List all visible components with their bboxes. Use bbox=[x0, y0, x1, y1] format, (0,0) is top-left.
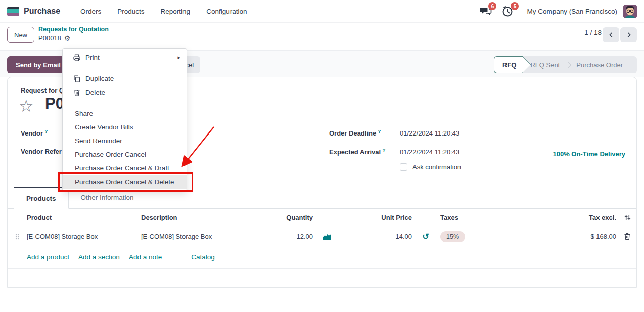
add-section-link[interactable]: Add a section bbox=[78, 253, 120, 261]
gear-icon[interactable]: ⚙ bbox=[64, 35, 71, 42]
menu-reporting[interactable]: Reporting bbox=[155, 5, 197, 18]
vendor-label: Vendor ? bbox=[21, 129, 48, 137]
chevron-left-icon bbox=[608, 31, 615, 38]
user-avatar[interactable] bbox=[623, 5, 637, 18]
avatar-image bbox=[623, 5, 637, 18]
purchase-app-icon bbox=[7, 7, 19, 16]
new-button[interactable]: New bbox=[7, 27, 34, 43]
menu-item-delete[interactable]: Delete bbox=[63, 85, 187, 99]
header-quantity[interactable]: Quantity bbox=[269, 214, 315, 221]
chevron-right-icon bbox=[625, 31, 632, 38]
add-note-link[interactable]: Add a note bbox=[129, 253, 162, 261]
breadcrumb: Requests for Quotation P00018 ⚙ bbox=[38, 26, 109, 42]
record-name: P00018 bbox=[38, 34, 61, 42]
ask-confirmation-label: Ask confirmation bbox=[412, 163, 461, 171]
menu-divider bbox=[63, 68, 187, 68]
help-icon: ? bbox=[45, 129, 48, 134]
tax-tag[interactable]: 15% bbox=[440, 231, 465, 242]
order-lines-table: Product Description Quantity Unit Price … bbox=[8, 209, 636, 269]
add-product-link[interactable]: Add a product bbox=[27, 253, 69, 261]
cell-subtotal: $ 168.00 bbox=[558, 233, 618, 240]
drag-handle[interactable] bbox=[8, 233, 27, 240]
menu-configuration[interactable]: Configuration bbox=[200, 5, 253, 18]
cell-product[interactable]: [E-COM08] Storage Box bbox=[27, 233, 141, 240]
company-switcher[interactable]: My Company (San Francisco) bbox=[527, 8, 617, 15]
menu-item-po-cancel[interactable]: Purchase Order Cancel bbox=[63, 148, 187, 161]
trash-icon bbox=[624, 233, 631, 240]
menu-divider bbox=[63, 103, 187, 103]
cell-unit-price[interactable]: 14.00 bbox=[338, 233, 414, 240]
order-deadline-label: Order Deadline ? bbox=[329, 129, 381, 137]
activities-button[interactable]: 5 bbox=[501, 5, 515, 18]
app-title: Purchase bbox=[24, 7, 60, 16]
menu-item-duplicate[interactable]: Duplicate bbox=[63, 72, 187, 85]
favorite-star-icon[interactable]: ☆ bbox=[19, 98, 34, 114]
header-description[interactable]: Description bbox=[141, 214, 269, 221]
copy-icon bbox=[73, 75, 81, 83]
forecast-chart-icon bbox=[323, 233, 331, 240]
expected-arrival-value[interactable]: 01/22/2024 11:20:43 bbox=[400, 148, 459, 156]
menu-item-share[interactable]: Share bbox=[63, 107, 187, 120]
menu-item-po-cancel-draft[interactable]: Purchase Order Cancel & Draft bbox=[63, 161, 187, 175]
printer-icon bbox=[73, 54, 81, 62]
header-taxes[interactable]: Taxes bbox=[437, 214, 558, 221]
breadcrumb-parent-link[interactable]: Requests for Quotation bbox=[38, 26, 109, 33]
pager-previous-button[interactable] bbox=[603, 27, 619, 42]
catalog-link[interactable]: Catalog bbox=[191, 253, 215, 261]
on-time-delivery-link[interactable]: 100% On-Time Delivery bbox=[553, 150, 625, 158]
help-icon: ? bbox=[378, 129, 381, 134]
menu-item-po-cancel-delete[interactable]: Purchase Order Cancel & Delete bbox=[63, 175, 187, 189]
systray: 6 5 My Company (San Francisco) bbox=[479, 5, 637, 18]
ask-confirmation-checkbox[interactable] bbox=[400, 163, 407, 171]
submenu-caret-icon: ▸ bbox=[177, 51, 180, 64]
pager-next-button[interactable] bbox=[620, 27, 637, 42]
menu-orders[interactable]: Orders bbox=[74, 5, 107, 18]
header-subtotal[interactable]: Tax excl. bbox=[558, 214, 618, 221]
adjust-columns-icon bbox=[624, 214, 631, 221]
optional-columns-button[interactable] bbox=[618, 214, 636, 221]
help-icon: ? bbox=[383, 148, 386, 153]
notebook: Products Other Information Product Descr… bbox=[8, 187, 636, 269]
forecast-button[interactable] bbox=[315, 233, 338, 240]
history-icon: ↺ bbox=[422, 233, 429, 241]
cell-taxes: 15% bbox=[437, 231, 558, 242]
cell-quantity[interactable]: 12.00 bbox=[269, 233, 315, 240]
action-dropdown-menu: Print ▸ Duplicate Delete Share Create Ve… bbox=[62, 48, 187, 191]
tab-products[interactable]: Products bbox=[14, 187, 69, 209]
status-step-purchase-order[interactable]: Purchase Order bbox=[569, 56, 630, 73]
main-menu: Orders Products Reporting Configuration bbox=[74, 5, 253, 18]
menu-products[interactable]: Products bbox=[111, 5, 150, 18]
activities-badge: 5 bbox=[511, 2, 519, 10]
statusbar: RFQ RFQ Sent Purchase Order bbox=[494, 56, 637, 73]
table-footer-links: Add a product Add a section Add a note C… bbox=[8, 246, 636, 269]
app-switcher[interactable]: Purchase bbox=[7, 7, 60, 16]
status-step-rfq[interactable]: RFQ bbox=[494, 56, 523, 73]
chatter-area bbox=[0, 307, 644, 312]
control-panel: New Requests for Quotation P00018 ⚙ 1 / … bbox=[0, 23, 644, 51]
table-header-row: Product Description Quantity Unit Price … bbox=[8, 209, 636, 227]
menu-item-send-reminder[interactable]: Send Reminder bbox=[63, 134, 187, 148]
messages-button[interactable]: 6 bbox=[479, 5, 492, 18]
top-navbar: Purchase Orders Products Reporting Confi… bbox=[0, 0, 644, 23]
menu-item-print[interactable]: Print ▸ bbox=[63, 51, 187, 64]
delete-line-button[interactable] bbox=[618, 233, 636, 240]
menu-item-create-vendor-bills[interactable]: Create Vendor Bills bbox=[63, 120, 187, 134]
pager-counter: 1 / 18 bbox=[584, 29, 602, 36]
purchase-form-view: Purchase Orders Products Reporting Confi… bbox=[0, 0, 644, 312]
send-by-email-button[interactable]: Send by Email bbox=[7, 56, 69, 73]
cell-description[interactable]: [E-COM08] Storage Box bbox=[141, 233, 269, 240]
order-line-row[interactable]: [E-COM08] Storage Box [E-COM08] Storage … bbox=[8, 227, 636, 246]
messages-badge: 6 bbox=[488, 2, 496, 10]
order-deadline-value[interactable]: 01/22/2024 11:20:43 bbox=[400, 129, 459, 137]
expected-arrival-label: Expected Arrival ? bbox=[329, 148, 385, 156]
breadcrumb-current: P00018 ⚙ bbox=[38, 34, 109, 42]
drag-dots-icon bbox=[14, 233, 20, 240]
price-history-button[interactable]: ↺ bbox=[414, 233, 437, 241]
header-unit-price[interactable]: Unit Price bbox=[338, 214, 414, 221]
trash-icon bbox=[73, 88, 81, 97]
header-product[interactable]: Product bbox=[27, 214, 141, 221]
